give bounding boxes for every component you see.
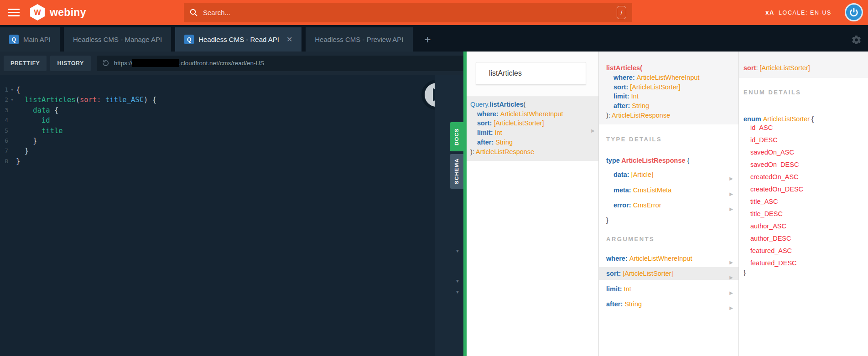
webiny-logo-icon: W: [29, 4, 46, 21]
field-type: CmsError: [633, 201, 661, 209]
expand-arrow-icon[interactable]: ▶: [729, 203, 733, 216]
field-name: listArticles(: [606, 64, 642, 72]
signature-arg: where: ArticleListWhereInput: [470, 109, 595, 119]
arg-key: sort:: [613, 83, 630, 91]
code-line: 2▾ listArticles(sort: title_ASC) {: [0, 95, 156, 105]
indent: [16, 116, 42, 124]
history-button[interactable]: HISTORY: [50, 56, 90, 71]
type-field-row[interactable]: meta: CmsListMeta▶: [599, 184, 738, 196]
logo-wordmark: webiny: [50, 6, 86, 19]
top-header: W webiny Search... / x̄A LOCALE: EN-US: [0, 0, 868, 25]
paren: ):: [606, 112, 612, 119]
settings-gear-icon[interactable]: [851, 35, 862, 45]
arg-type: ArticleListWhereInput: [629, 255, 692, 262]
line-number: 6: [0, 136, 8, 146]
query-badge: Q: [184, 35, 194, 44]
enum-value-featured_desc[interactable]: featured_DESC: [750, 258, 797, 268]
enum-value-createdon_desc[interactable]: createdOn_DESC: [750, 185, 803, 194]
argument-row-where[interactable]: where: ArticleListWhereInput▶: [599, 252, 738, 265]
line-number: 4: [0, 115, 8, 125]
docs-divider[interactable]: [463, 52, 467, 356]
docs-tab[interactable]: DOCS: [450, 122, 463, 151]
code-text: {: [16, 85, 20, 95]
add-tab-button[interactable]: +: [417, 27, 439, 52]
code-line: 7 }: [0, 146, 156, 156]
signature-arg: after: String: [470, 138, 595, 147]
enum-value-createdon_asc[interactable]: createdOn_ASC: [750, 172, 799, 181]
arg-key: after:: [606, 300, 624, 308]
enum-value-author_desc[interactable]: author_DESC: [750, 234, 791, 243]
code-token: ): [144, 96, 148, 104]
api-tab-headless-cms-read-api[interactable]: QHeadless CMS - Read API✕: [175, 27, 301, 52]
query-editor[interactable]: 1▾{2▾ listArticles(sort: title_ASC) {3 d…: [0, 75, 435, 356]
endpoint-url-bar[interactable]: https://.cloudfront.net/cms/read/en-US: [97, 56, 463, 71]
search-input[interactable]: Search... /: [184, 3, 632, 22]
api-tab-headless-cms-manage-api[interactable]: Headless CMS - Manage API: [64, 27, 171, 52]
enum-panel-header: sort: [ArticleListSorter]: [739, 52, 868, 78]
indent: [16, 96, 25, 104]
docs-tab-label: DOCS: [454, 128, 459, 145]
tab-label: Headless CMS - Manage API: [73, 36, 162, 43]
prettify-button[interactable]: PRETTIFY: [4, 56, 47, 71]
brace: {: [686, 157, 690, 164]
code-text: id: [16, 115, 50, 125]
type-field-row[interactable]: error: CmsError▶: [599, 199, 738, 212]
fold-arrow-icon: ▾: [8, 85, 16, 95]
enum-value-savedon_desc[interactable]: savedOn_DESC: [750, 160, 799, 169]
line-number: 5: [0, 126, 8, 136]
api-tab-main-api[interactable]: QMain API: [0, 27, 60, 52]
paren: ):: [470, 148, 476, 155]
arg-key: limit:: [606, 285, 624, 293]
signature-arg: limit: Int: [470, 128, 595, 138]
argument-row-sort[interactable]: sort: [ArticleListSorter]▶: [599, 267, 738, 280]
expand-arrow-icon[interactable]: ▶: [729, 172, 733, 185]
type-field-row[interactable]: data: [Article]▶: [599, 168, 738, 181]
locale-selector[interactable]: x̄A LOCALE: EN-US: [765, 0, 832, 25]
user-avatar[interactable]: [845, 3, 863, 21]
signature-arg: sort: [ArticleListSorter]: [606, 83, 738, 92]
enum-value-author_asc[interactable]: author_ASC: [750, 222, 786, 231]
arg-key: sort:: [477, 119, 494, 127]
field-key: meta:: [613, 186, 633, 194]
signature-return: ): ArticleListResponse: [470, 147, 595, 157]
signature-head: Query.listArticles(: [470, 100, 595, 109]
docs-search-input[interactable]: listArticles: [476, 62, 586, 85]
hamburger-menu-icon[interactable]: [8, 9, 20, 18]
field-type: [Article]: [631, 171, 653, 178]
refresh-icon: [102, 60, 109, 67]
scroll-marker-icon: ▼: [455, 248, 460, 253]
arg-type: String: [624, 300, 642, 308]
schema-tab[interactable]: SCHEMA: [450, 154, 463, 189]
line-number: 1: [0, 85, 8, 95]
code-line: 8}: [0, 156, 156, 166]
api-tab-headless-cms-preview-api[interactable]: Headless CMS - Preview API: [306, 27, 412, 52]
enum-value-id_desc[interactable]: id_DESC: [750, 135, 778, 144]
arg-type: [ArticleListSorter]: [494, 119, 544, 127]
query-signature-item[interactable]: Query.listArticles(where: ArticleListWhe…: [467, 96, 598, 161]
field-type: CmsListMeta: [633, 186, 672, 194]
arg-key: where:: [613, 74, 637, 81]
signature-arg: limit: Int: [606, 92, 738, 101]
close-tab-icon[interactable]: ✕: [286, 35, 292, 44]
argument-row-after[interactable]: after: String▶: [599, 298, 738, 310]
arg-key: sort:: [606, 270, 623, 277]
enum-value-title_asc[interactable]: title_ASC: [750, 197, 778, 206]
argument-row-limit[interactable]: limit: Int▶: [599, 283, 738, 295]
enum-value-featured_asc[interactable]: featured_ASC: [750, 246, 792, 255]
code-token: {: [16, 86, 20, 94]
search-icon: [190, 9, 198, 16]
enum-declaration: enum ArticleListSorter {: [743, 114, 814, 124]
field-key: error:: [613, 201, 633, 209]
indent: [16, 127, 42, 135]
code-token: [101, 96, 105, 104]
enum-value-savedon_asc[interactable]: savedOn_ASC: [750, 148, 794, 157]
code-token: listArticles: [25, 96, 76, 104]
enum-value-id_asc[interactable]: id_ASC: [750, 123, 773, 132]
code-token: id: [42, 116, 50, 124]
arg-key: where:: [606, 255, 629, 262]
enum-value-title_desc[interactable]: title_DESC: [750, 209, 783, 218]
expand-arrow-icon[interactable]: ▶: [729, 302, 733, 315]
expand-arrow-icon[interactable]: ▶: [729, 271, 733, 284]
code-token: data: [33, 106, 50, 114]
expand-arrow-icon[interactable]: ▶: [591, 126, 595, 136]
